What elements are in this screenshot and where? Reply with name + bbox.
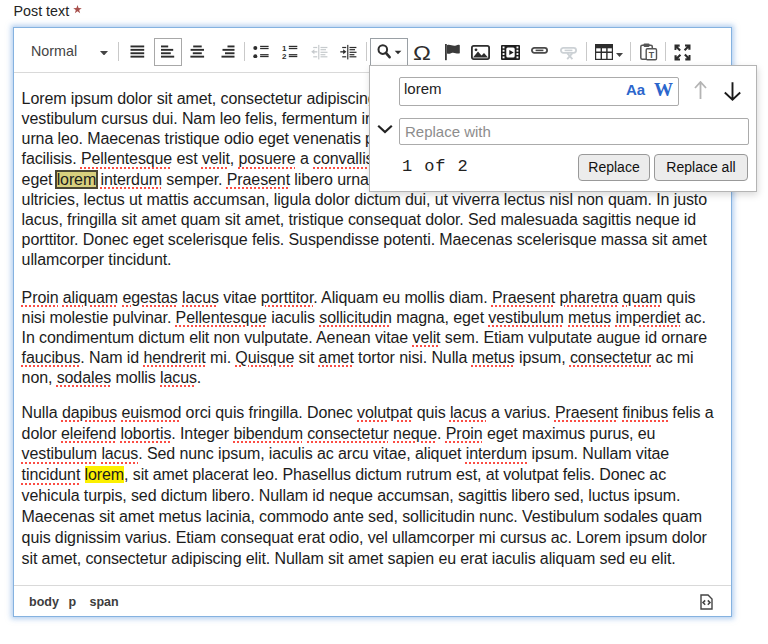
svg-text:2: 2 (282, 52, 287, 60)
svg-text:T: T (649, 50, 655, 60)
